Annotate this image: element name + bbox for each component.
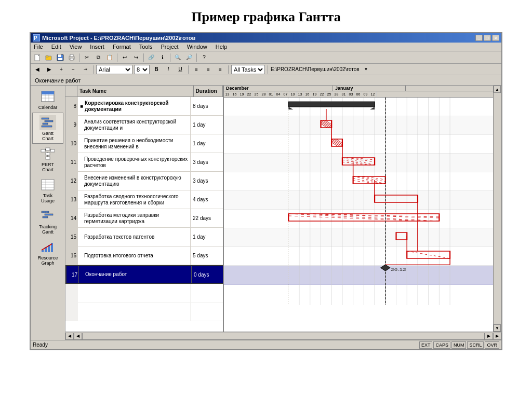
day: 13 <box>224 91 231 97</box>
day: 16 <box>231 91 238 97</box>
scroll-right-button[interactable]: ▶ <box>485 333 493 340</box>
path-dropdown[interactable]: ▼ <box>361 65 371 74</box>
menu-item-insert[interactable]: Insert <box>88 43 107 50</box>
bottom-bar: ◀ ◀ ▶ ▶ <box>65 332 501 340</box>
gantt-chart: December January 13 16 19 22 25 28 01 04 <box>224 86 493 332</box>
svg-line-85 <box>362 176 385 180</box>
title-bar: P Microsoft Project - E:\PROZRACH\Первуш… <box>31 33 501 43</box>
add-button[interactable]: + <box>56 65 66 74</box>
menu-item-format[interactable]: Format <box>111 43 133 50</box>
svg-rect-39 <box>43 216 48 218</box>
zoom-in-button[interactable]: 🔍 <box>172 53 183 62</box>
sidebar-item-resource[interactable]: ResourceGraph <box>32 237 63 268</box>
svg-text:P: P <box>34 35 37 41</box>
copy-button[interactable]: ⧉ <box>93 53 103 62</box>
table-row[interactable]: 13 Разработка сводного технологического … <box>65 190 223 209</box>
table-row[interactable]: 14 Разработка методики заправки герметиз… <box>65 209 223 228</box>
nav-forward-button[interactable]: ▶ <box>44 65 55 74</box>
month-december: December <box>224 86 333 91</box>
zoom-out-button[interactable]: 🔎 <box>184 53 194 62</box>
table-row[interactable]: 16 Подготовка итогового отчета 5 days <box>65 246 223 265</box>
horizontal-scrollbar[interactable] <box>82 333 485 340</box>
align-right-button[interactable]: ≡ <box>215 65 225 74</box>
filter-select[interactable]: All Tasks <box>231 65 265 74</box>
day: 10 <box>289 91 297 97</box>
gantt-icon <box>39 115 56 130</box>
menu-item-window[interactable]: Window <box>185 43 209 50</box>
italic-button[interactable]: I <box>163 65 174 74</box>
svg-rect-21 <box>42 126 52 127</box>
cut-button[interactable]: ✂ <box>82 53 92 62</box>
table-row[interactable]: 12 Внесение изменений в конструкторскую … <box>65 172 223 190</box>
redo-button[interactable]: ↪ <box>131 53 141 62</box>
nav-back-button[interactable]: ◀ <box>32 65 43 74</box>
svg-rect-26 <box>46 157 50 159</box>
caps-indicator: CAPS <box>433 341 450 349</box>
table-row[interactable]: 11 Проведение проверочных конструкторски… <box>65 153 223 172</box>
day: 07 <box>282 91 289 97</box>
close-button[interactable]: × <box>492 35 499 41</box>
print-button[interactable] <box>66 53 77 62</box>
table-row[interactable]: 10 Принятие решения о необходимости внес… <box>65 134 223 153</box>
link-button[interactable]: 🔗 <box>146 53 156 62</box>
align-left-button[interactable]: ≡ <box>191 65 202 74</box>
day: 28 <box>333 91 340 97</box>
sidebar-item-calendar[interactable]: Calendar <box>32 87 63 113</box>
scroll-right2-button[interactable]: ▶ <box>493 333 501 340</box>
font-select[interactable]: Arial <box>96 65 132 74</box>
sidebar-item-gantt[interactable]: GanttChart <box>32 113 63 144</box>
paste-button[interactable]: 📋 <box>104 53 115 62</box>
day: 19 <box>311 91 318 97</box>
minimize-button[interactable]: _ <box>475 35 483 41</box>
sidebar-item-tracking[interactable]: TrackingGantt <box>32 206 63 237</box>
scroll-left2-button[interactable]: ◀ <box>74 333 82 340</box>
open-button[interactable] <box>44 53 54 62</box>
ext-indicator: EXT <box>419 341 433 349</box>
tracking-label: TrackingGantt <box>39 224 57 235</box>
svg-marker-63 <box>370 107 375 109</box>
undo-button[interactable]: ↩ <box>119 53 130 62</box>
row-num: 15 <box>65 228 78 246</box>
task-table: Task Name Duration 8 ■Корректировка конс… <box>65 86 224 332</box>
task-duration: 4 days <box>191 190 222 209</box>
scroll-left-button[interactable]: ◀ <box>65 333 74 340</box>
help-button[interactable]: ? <box>199 53 209 62</box>
underline-button[interactable]: U <box>175 65 185 74</box>
align-center-button[interactable]: ≡ <box>203 65 214 74</box>
menu-item-view[interactable]: View <box>68 43 84 50</box>
scroll-down-button[interactable]: ▼ <box>494 324 501 332</box>
menu-item-help[interactable]: Help <box>214 43 230 50</box>
new-button[interactable] <box>32 53 43 62</box>
maximize-button[interactable]: □ <box>484 35 491 41</box>
svg-line-91 <box>301 214 439 218</box>
table-row[interactable] <box>65 284 223 303</box>
day: 06 <box>355 91 362 97</box>
task-duration: 5 days <box>191 246 222 265</box>
menu-item-file[interactable]: File <box>32 43 45 50</box>
vertical-scrollbar[interactable]: ▲ ▼ <box>493 86 501 332</box>
menu-item-edit[interactable]: Edit <box>49 43 63 50</box>
table-row[interactable]: 15 Разработка текстов патентов 1 day <box>65 228 223 246</box>
menu-item-tools[interactable]: Tools <box>137 43 155 50</box>
sidebar-item-pert[interactable]: PERTChart <box>32 144 63 175</box>
table-row[interactable] <box>65 303 223 321</box>
table-row[interactable]: 17 Окончание работ 0 days <box>65 265 223 284</box>
remove-button[interactable]: − <box>68 65 78 74</box>
svg-rect-94 <box>396 232 407 240</box>
main-toolbar: ✂ ⧉ 📋 ↩ ↪ 🔗 ℹ 🔍 🔎 ? <box>31 51 501 64</box>
sidebar-item-task-usage[interactable]: TaskUsage <box>32 175 63 206</box>
table-row[interactable]: 9 Анализ соответствия конструкторской до… <box>65 116 223 134</box>
table-row[interactable]: 8 ■Корректировка конструкторской докумен… <box>65 97 223 116</box>
save-button[interactable] <box>55 53 65 62</box>
bold-button[interactable]: B <box>151 65 162 74</box>
font-size-select[interactable]: 8 <box>134 65 150 74</box>
task-info-button[interactable]: ℹ <box>157 53 168 62</box>
svg-rect-38 <box>45 214 53 215</box>
menu-item-project[interactable]: Project <box>158 43 180 50</box>
page-title: Пример графика Гантта <box>0 0 532 32</box>
scroll-up-button[interactable]: ▲ <box>494 86 501 93</box>
day: 03 <box>348 91 355 97</box>
calendar-label: Calendar <box>38 105 58 110</box>
ovr-indicator: OVR <box>485 341 499 349</box>
indent-button[interactable]: ⇥ <box>80 65 90 74</box>
